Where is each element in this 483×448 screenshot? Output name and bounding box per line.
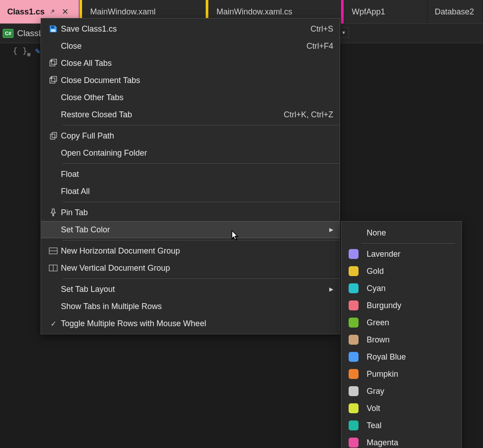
color-option-teal[interactable]: Teal: [341, 417, 461, 434]
svg-rect-7: [52, 133, 57, 138]
menu-separator: [63, 125, 340, 125]
menu-label: Pin Tab: [61, 208, 333, 217]
color-label: Gold: [367, 267, 384, 276]
menu-separator: [63, 240, 340, 240]
tab-accent: [341, 0, 344, 23]
color-option-cyan[interactable]: Cyan: [341, 280, 461, 297]
color-swatch-icon: [349, 403, 359, 413]
menu-label: Copy Full Path: [61, 131, 333, 141]
menu-label: New Horizontal Document Group: [61, 246, 333, 256]
menu-label: Set Tab Layout: [61, 285, 325, 294]
color-option-magenta[interactable]: Magenta: [341, 434, 461, 448]
breadcrumb-text[interactable]: ClassL: [17, 28, 43, 38]
menu-toggle-wheel[interactable]: ✓ Toggle Multiple Rows with Mouse Wheel: [41, 315, 340, 332]
menu-close-all[interactable]: Close All Tabs: [41, 55, 340, 72]
color-option-gray[interactable]: Gray: [341, 383, 461, 400]
menu-label: Float All: [61, 187, 333, 196]
submenu-arrow-icon: ▶: [325, 286, 333, 292]
color-option-none[interactable]: None: [341, 224, 461, 241]
color-swatch-icon: [349, 420, 359, 430]
menu-separator: [361, 243, 455, 244]
tab-database2[interactable]: Database2: [428, 0, 483, 23]
svg-rect-0: [51, 26, 55, 28]
color-label: Cyan: [367, 284, 386, 293]
menu-label: New Vertical Document Group: [61, 263, 333, 273]
color-option-gold[interactable]: Gold: [341, 263, 461, 280]
menu-label: Close All Tabs: [61, 59, 333, 68]
color-label: Brown: [367, 335, 390, 345]
tab-label: Database2: [435, 7, 474, 17]
pin-icon: [49, 9, 55, 15]
submenu-arrow-icon: ▶: [325, 226, 333, 233]
color-label: None: [367, 228, 386, 238]
tab-label: MainWindow.xaml.cs: [216, 7, 292, 17]
color-option-brown[interactable]: Brown: [341, 331, 461, 348]
color-swatch-icon: [349, 386, 359, 396]
tab-label: Class1.cs: [7, 7, 45, 17]
color-swatch-icon: [349, 335, 359, 345]
color-swatch-icon: [349, 249, 359, 259]
color-option-pumpkin[interactable]: Pumpkin: [341, 365, 461, 383]
menu-close-docs[interactable]: Close Document Tabs: [41, 72, 340, 89]
menu-label: Set Tab Color: [61, 225, 325, 235]
menu-label: Save Class1.cs: [61, 24, 301, 34]
tab-label: MainWindow.xaml: [90, 7, 156, 17]
csharp-badge-icon: C#: [3, 29, 14, 38]
color-swatch-icon: [349, 283, 359, 293]
menu-label: Restore Closed Tab: [61, 110, 275, 120]
menu-set-tab-layout[interactable]: Set Tab Layout ▶: [41, 281, 340, 298]
menu-float-all[interactable]: Float All: [41, 183, 340, 200]
color-swatch-icon: [349, 438, 359, 448]
tab-wpfapp1[interactable]: WpfApp1: [341, 0, 428, 23]
menu-close-other[interactable]: Close Other Tabs: [41, 89, 340, 106]
menu-show-multi-rows[interactable]: Show Tabs in Multiple Rows: [41, 298, 340, 315]
pin-icon: [46, 208, 61, 217]
color-label: Lavender: [367, 249, 400, 259]
copy-icon: [46, 131, 61, 140]
color-option-royal-blue[interactable]: Royal Blue: [341, 348, 461, 365]
menu-restore-closed[interactable]: Restore Closed Tab Ctrl+K, Ctrl+Z: [41, 106, 340, 123]
save-icon: [46, 24, 61, 33]
menu-label: Show Tabs in Multiple Rows: [61, 302, 333, 311]
menu-save[interactable]: Save Class1.cs Ctrl+S: [41, 20, 340, 37]
close-icon[interactable]: ✕: [62, 7, 69, 17]
tab-context-menu: Save Class1.cs Ctrl+S Close Ctrl+F4 Clos…: [41, 18, 340, 334]
svg-rect-6: [51, 134, 55, 139]
color-option-volt[interactable]: Volt: [341, 400, 461, 417]
color-label: Magenta: [367, 438, 398, 448]
color-label: Burgundy: [367, 301, 401, 310]
color-option-burgundy[interactable]: Burgundy: [341, 297, 461, 314]
color-label: Teal: [367, 421, 382, 430]
color-label: Gray: [367, 387, 384, 396]
check-icon: ✓: [46, 319, 61, 328]
color-swatch-icon: [349, 369, 359, 379]
split-horizontal-icon: [46, 247, 61, 255]
color-option-green[interactable]: Green: [341, 314, 461, 331]
menu-new-horizontal-group[interactable]: New Horizontal Document Group: [41, 242, 340, 259]
color-swatch-icon: [349, 352, 359, 362]
menu-shortcut: Ctrl+K, Ctrl+Z: [284, 110, 333, 120]
color-label: Green: [367, 318, 389, 328]
svg-rect-1: [51, 29, 55, 32]
menu-open-folder[interactable]: Open Containing Folder: [41, 144, 340, 162]
menu-pin-tab[interactable]: Pin Tab: [41, 204, 340, 221]
menu-float[interactable]: Float: [41, 166, 340, 183]
close-all-icon: [46, 59, 61, 68]
close-docs-icon: [46, 76, 61, 85]
menu-label: Close: [61, 42, 297, 51]
menu-label: Close Other Tabs: [61, 93, 333, 102]
split-vertical-icon: [46, 264, 61, 272]
color-option-lavender[interactable]: Lavender: [341, 245, 461, 263]
menu-close[interactable]: Close Ctrl+F4: [41, 37, 340, 55]
menu-label: Float: [61, 170, 333, 179]
menu-label: Close Document Tabs: [61, 76, 333, 85]
color-swatch-icon: [349, 300, 359, 310]
menu-shortcut: Ctrl+F4: [306, 42, 333, 51]
menu-label: Open Containing Folder: [61, 148, 333, 158]
menu-set-tab-color[interactable]: Set Tab Color ▶: [41, 221, 340, 238]
tab-color-submenu: NoneLavenderGoldCyanBurgundyGreenBrownRo…: [341, 221, 462, 448]
menu-new-vertical-group[interactable]: New Vertical Document Group: [41, 259, 340, 277]
menu-copy-path[interactable]: Copy Full Path: [41, 127, 340, 144]
menu-separator: [63, 163, 340, 164]
menu-separator: [63, 278, 340, 279]
